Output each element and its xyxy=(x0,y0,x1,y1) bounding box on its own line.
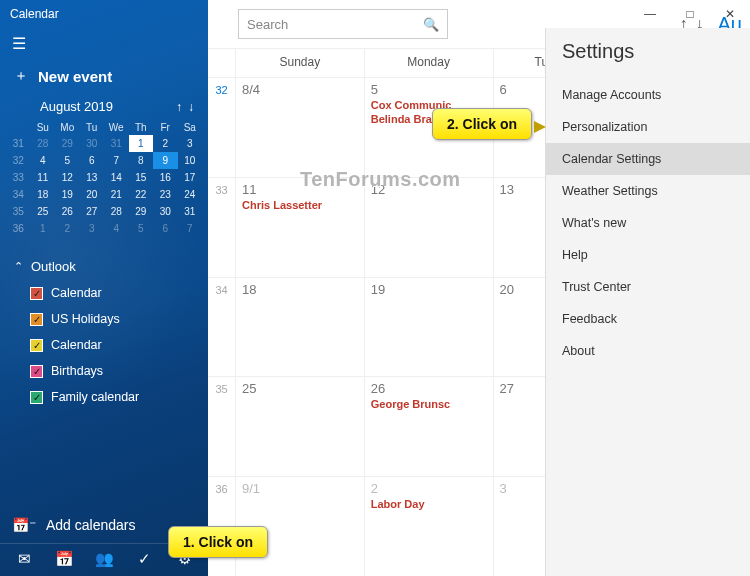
mini-calendar-day[interactable]: 2 xyxy=(153,135,178,152)
mini-calendar-day[interactable]: 6 xyxy=(80,152,105,169)
search-icon: 🔍 xyxy=(423,17,439,32)
mini-calendar-day[interactable]: 29 xyxy=(55,135,80,152)
mini-calendar-day[interactable]: 5 xyxy=(129,220,154,237)
mini-calendar-day[interactable]: 17 xyxy=(178,169,203,186)
new-event-button[interactable]: ＋ New event xyxy=(0,57,208,95)
mini-calendar-day[interactable]: 13 xyxy=(80,169,105,186)
mini-calendar-day[interactable]: 7 xyxy=(104,152,129,169)
minimize-button[interactable]: — xyxy=(630,0,670,28)
event-item[interactable]: Chris Lassetter xyxy=(242,199,358,211)
mini-calendar-day[interactable]: 30 xyxy=(80,135,105,152)
mini-calendar-day[interactable]: 31 xyxy=(104,135,129,152)
calendar-cell[interactable]: 8/4 xyxy=(236,78,365,177)
mini-calendar-day[interactable]: 18 xyxy=(31,186,56,203)
prev-month-button[interactable]: ↑ xyxy=(176,100,182,114)
settings-item[interactable]: Weather Settings xyxy=(546,175,750,207)
event-item[interactable]: George Brunsc xyxy=(371,398,487,410)
mini-calendar-day[interactable]: 8 xyxy=(129,152,154,169)
date-number: 19 xyxy=(371,282,487,297)
mini-calendar-day[interactable]: 4 xyxy=(104,220,129,237)
day-header: Monday xyxy=(365,49,494,77)
mini-calendar-day[interactable]: 9 xyxy=(153,152,178,169)
mini-calendar-day[interactable]: 10 xyxy=(178,152,203,169)
next-month-button[interactable]: ↓ xyxy=(188,100,194,114)
mini-calendar-day[interactable]: 23 xyxy=(153,186,178,203)
mini-calendar-day[interactable]: 27 xyxy=(80,203,105,220)
settings-title: Settings xyxy=(546,28,750,79)
search-input[interactable]: Search 🔍 xyxy=(238,9,448,39)
mini-calendar-day[interactable]: 26 xyxy=(55,203,80,220)
date-number: 5 xyxy=(371,82,487,97)
week-number: 33 xyxy=(208,178,236,277)
week-number: 35 xyxy=(208,377,236,476)
mini-calendar-day[interactable]: 4 xyxy=(31,152,56,169)
calendar-cell[interactable]: 25 xyxy=(236,377,365,476)
calendar-toggle[interactable]: ✓Calendar xyxy=(6,332,202,358)
checkbox-icon: ✓ xyxy=(30,391,43,404)
people-icon[interactable]: 👥 xyxy=(90,550,118,568)
maximize-button[interactable]: □ xyxy=(670,0,710,28)
window-controls: — □ ✕ xyxy=(630,0,750,28)
calendar-cell[interactable]: 2Labor Day xyxy=(365,477,494,576)
calendar-toggle[interactable]: ✓US Holidays xyxy=(6,306,202,332)
mini-calendar-day[interactable]: 19 xyxy=(55,186,80,203)
calendar-label: Family calendar xyxy=(51,390,139,404)
mini-calendar-day[interactable]: 28 xyxy=(31,135,56,152)
settings-panel: Settings Manage AccountsPersonalizationC… xyxy=(545,28,750,576)
mini-calendar-day[interactable]: 16 xyxy=(153,169,178,186)
mini-calendar-day[interactable]: 2 xyxy=(55,220,80,237)
checkbox-icon: ✓ xyxy=(30,365,43,378)
mini-calendar-day[interactable]: 24 xyxy=(178,186,203,203)
calendar-toggle[interactable]: ✓Calendar xyxy=(6,280,202,306)
mini-calendar-day[interactable]: 3 xyxy=(178,135,203,152)
settings-item[interactable]: What's new xyxy=(546,207,750,239)
checkbox-icon: ✓ xyxy=(30,313,43,326)
mini-calendar-day[interactable]: 30 xyxy=(153,203,178,220)
date-number: 18 xyxy=(242,282,358,297)
mini-calendar-day[interactable]: 15 xyxy=(129,169,154,186)
todo-icon[interactable]: ✓ xyxy=(130,550,158,568)
settings-item[interactable]: About xyxy=(546,335,750,367)
mini-calendar-day[interactable]: 1 xyxy=(31,220,56,237)
calendar-cell[interactable]: 18 xyxy=(236,278,365,377)
settings-item[interactable]: Calendar Settings xyxy=(546,143,750,175)
settings-item[interactable]: Manage Accounts xyxy=(546,79,750,111)
mail-icon[interactable]: ✉ xyxy=(10,550,38,568)
settings-item[interactable]: Personalization xyxy=(546,111,750,143)
calendar-toggle[interactable]: ✓Birthdays xyxy=(6,358,202,384)
calendar-cell[interactable]: 19 xyxy=(365,278,494,377)
date-number: 11 xyxy=(242,182,358,197)
add-calendars-label: Add calendars xyxy=(46,517,136,533)
settings-item[interactable]: Help xyxy=(546,239,750,271)
mini-calendar-day[interactable]: 6 xyxy=(153,220,178,237)
mini-calendar-day[interactable]: 31 xyxy=(178,203,203,220)
mini-calendar-day[interactable]: 28 xyxy=(104,203,129,220)
checkbox-icon: ✓ xyxy=(30,287,43,300)
mini-calendar-day[interactable]: 3 xyxy=(80,220,105,237)
mini-calendar-day[interactable]: 1 xyxy=(129,135,154,152)
settings-item[interactable]: Feedback xyxy=(546,303,750,335)
calendar-label: Birthdays xyxy=(51,364,103,378)
hamburger-menu-button[interactable]: ☰ xyxy=(0,28,208,57)
calendar-cell[interactable]: 26George Brunsc xyxy=(365,377,494,476)
mini-calendar-day[interactable]: 5 xyxy=(55,152,80,169)
calendar-toggle[interactable]: ✓Family calendar xyxy=(6,384,202,410)
calendar-icon[interactable]: 📅 xyxy=(50,550,78,568)
mini-calendar-day[interactable]: 25 xyxy=(31,203,56,220)
mini-calendar-day[interactable]: 29 xyxy=(129,203,154,220)
mini-calendar-day[interactable]: 12 xyxy=(55,169,80,186)
mini-calendar-day[interactable]: 11 xyxy=(31,169,56,186)
account-toggle[interactable]: ⌃ Outlook xyxy=(6,253,202,280)
calendar-label: US Holidays xyxy=(51,312,120,326)
event-item[interactable]: Labor Day xyxy=(371,498,487,510)
mini-calendar-day[interactable]: 20 xyxy=(80,186,105,203)
mini-calendar-day[interactable]: 7 xyxy=(178,220,203,237)
mini-calendar-day[interactable]: 22 xyxy=(129,186,154,203)
mini-calendar-day[interactable]: 14 xyxy=(104,169,129,186)
mini-calendar-month[interactable]: August 2019 xyxy=(40,99,113,114)
close-button[interactable]: ✕ xyxy=(710,0,750,28)
settings-item[interactable]: Trust Center xyxy=(546,271,750,303)
calendar-cell[interactable]: 11Chris Lassetter xyxy=(236,178,365,277)
mini-calendar-day[interactable]: 21 xyxy=(104,186,129,203)
calendar-cell[interactable]: 12 xyxy=(365,178,494,277)
